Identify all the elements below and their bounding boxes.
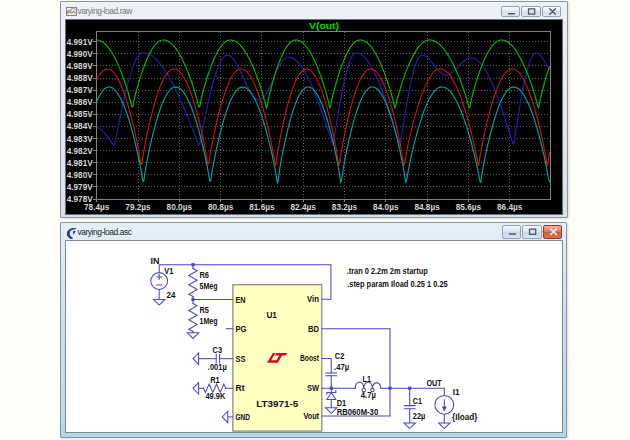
svg-text:PG: PG: [236, 324, 247, 334]
svg-text:4.983V: 4.983V: [67, 134, 93, 144]
svg-text:SS: SS: [236, 354, 246, 364]
svg-text:R1: R1: [210, 375, 220, 385]
svg-text:OUT: OUT: [426, 378, 442, 388]
svg-text:.47µ: .47µ: [334, 362, 349, 372]
svg-text:4.980V: 4.980V: [67, 170, 93, 180]
svg-text:4.987V: 4.987V: [67, 85, 93, 95]
svg-text:24: 24: [167, 290, 176, 300]
svg-text:4.991V: 4.991V: [67, 37, 93, 47]
svg-text:78.4µs: 78.4µs: [84, 202, 110, 212]
svg-text:4.989V: 4.989V: [67, 61, 93, 71]
svg-text:EN: EN: [236, 295, 246, 305]
svg-text:49.9K: 49.9K: [205, 391, 225, 401]
svg-text:Vout: Vout: [303, 411, 319, 421]
svg-text:4.988V: 4.988V: [67, 73, 93, 83]
svg-text:Boost: Boost: [300, 353, 319, 363]
svg-text:GND: GND: [236, 412, 251, 422]
svg-text:85.6µs: 85.6µs: [456, 202, 482, 212]
svg-text:RB060M-30: RB060M-30: [337, 407, 379, 417]
svg-text:80.8µs: 80.8µs: [208, 202, 234, 212]
svg-text:V(out): V(out): [309, 21, 339, 31]
svg-text:C3: C3: [213, 345, 223, 355]
svg-text:V1: V1: [164, 266, 173, 276]
svg-text:IN: IN: [151, 256, 160, 266]
svg-text:82.4µs: 82.4µs: [291, 202, 317, 212]
svg-text:SW: SW: [307, 383, 319, 393]
svg-text:4.982V: 4.982V: [67, 146, 93, 156]
svg-text:83.2µs: 83.2µs: [332, 202, 358, 212]
svg-text:C2: C2: [335, 351, 345, 361]
svg-text:R6: R6: [200, 270, 210, 280]
svg-text:4.990V: 4.990V: [67, 49, 93, 59]
svg-text:80.0µs: 80.0µs: [167, 202, 193, 212]
svg-text:84.0µs: 84.0µs: [373, 202, 399, 212]
svg-text:4.7µ: 4.7µ: [361, 390, 376, 400]
svg-text:C1: C1: [413, 396, 422, 406]
svg-text:.001µ: .001µ: [208, 362, 227, 372]
svg-text:4.984V: 4.984V: [67, 121, 93, 131]
svg-text:5Meg: 5Meg: [200, 281, 218, 291]
svg-text:22µ: 22µ: [413, 411, 426, 421]
svg-text:86.4µs: 86.4µs: [497, 202, 523, 212]
svg-text:4.986V: 4.986V: [67, 97, 93, 107]
svg-text:.tran 0 2.2m 2m startup: .tran 0 2.2m 2m startup: [347, 266, 428, 276]
svg-text:{Iload}: {Iload}: [452, 412, 478, 422]
svg-text:L1: L1: [363, 374, 372, 384]
svg-text:LT3971-5: LT3971-5: [256, 399, 298, 409]
svg-text:Rt: Rt: [236, 383, 245, 393]
svg-text:81.6µs: 81.6µs: [249, 202, 275, 212]
svg-text:R5: R5: [200, 305, 210, 315]
svg-text:Vin: Vin: [307, 294, 319, 304]
svg-text:4.979V: 4.979V: [67, 182, 93, 192]
svg-text:I1: I1: [453, 387, 460, 397]
svg-text:4.981V: 4.981V: [67, 158, 93, 168]
svg-text:79.2µs: 79.2µs: [125, 202, 151, 212]
svg-text:.step param Iload 0.25 1 0.25: .step param Iload 0.25 1 0.25: [347, 279, 448, 289]
svg-text:BD: BD: [308, 324, 319, 334]
svg-text:4.985V: 4.985V: [67, 109, 93, 119]
svg-text:U1: U1: [266, 310, 277, 320]
svg-text:1Meg: 1Meg: [200, 316, 218, 326]
svg-text:D1: D1: [337, 398, 347, 408]
svg-text:84.8µs: 84.8µs: [414, 202, 440, 212]
